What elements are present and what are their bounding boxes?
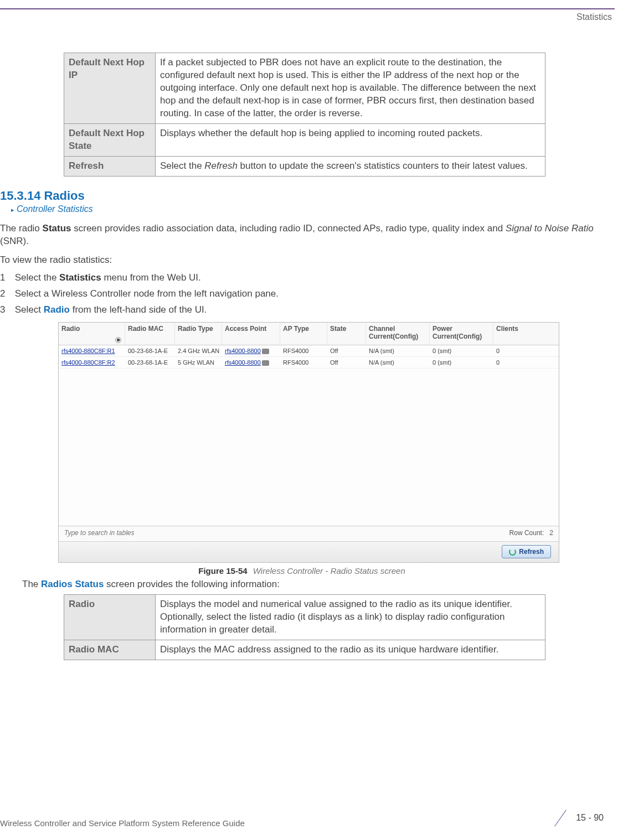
- text: menu from the Web UI.: [101, 272, 201, 283]
- text-bold: Radios Status: [41, 579, 104, 589]
- text: Select a Wireless Controller node from t…: [15, 288, 279, 299]
- table-row: Refresh Select the Refresh button to upd…: [64, 156, 545, 176]
- text: screen provides radio association data, …: [71, 223, 506, 234]
- def-key: Refresh: [64, 156, 156, 176]
- list-item: 2 Select a Wireless Controller node from…: [0, 288, 604, 299]
- cell-mac: 00-23-68-1A-E: [125, 345, 175, 356]
- cell-channel: N/A (smt): [366, 357, 430, 368]
- def-key: Radio: [64, 594, 156, 640]
- list-item: 3 Select Radio from the left-hand side o…: [0, 304, 604, 315]
- footer-divider-icon: [550, 808, 570, 828]
- radio-selected-icon: [115, 337, 121, 343]
- text-bold: Status: [43, 223, 71, 234]
- col-header-channel[interactable]: Channel Current(Config): [366, 323, 430, 345]
- after-figure-text: The Radios Status screen provides the fo…: [22, 579, 604, 590]
- text-bold: Statistics: [59, 272, 101, 283]
- table-row: Default Next Hop IP If a packet subjecte…: [64, 53, 545, 124]
- def-key: Default Next Hop IP: [64, 53, 156, 124]
- refresh-button[interactable]: Refresh: [502, 545, 551, 558]
- def-key: Default Next Hop State: [64, 123, 156, 156]
- def-key: Radio MAC: [64, 640, 156, 660]
- lead-text: To view the radio statistics:: [0, 253, 604, 267]
- figure-caption: Figure 15-54 Wireless Controller - Radio…: [0, 566, 604, 575]
- def-value: If a packet subjected to PBR does not ha…: [156, 53, 545, 124]
- cell-channel: N/A (smt): [366, 345, 430, 356]
- table-row: Radio Displays the model and numerical v…: [64, 594, 545, 640]
- cell-aptype: RFS4000: [280, 357, 327, 368]
- row-count-value: 2: [549, 529, 553, 537]
- col-label: Radio: [61, 325, 80, 333]
- cell-clients: 0: [493, 345, 527, 356]
- refresh-icon: [509, 548, 516, 556]
- cell-mac: 00-23-68-1A-E: [125, 357, 175, 368]
- text: The radio: [0, 223, 43, 234]
- definition-table-1: Default Next Hop IP If a packet subjecte…: [64, 53, 545, 177]
- footer-guide-title: Wireless Controller and Service Platform…: [0, 818, 245, 828]
- cell-power: 0 (smt): [430, 357, 493, 368]
- text: (SNR).: [0, 236, 29, 246]
- list-item: 1 Select the Statistics menu from the We…: [0, 272, 604, 283]
- col-header-type[interactable]: Radio Type: [175, 323, 222, 345]
- col-header-ap[interactable]: Access Point: [222, 323, 280, 345]
- col-header-state[interactable]: State: [327, 323, 366, 345]
- cell-clients: 0: [493, 357, 527, 368]
- figure-label: Figure 15-54: [198, 566, 247, 575]
- grid-footer-bar: Row Count: 2: [59, 526, 559, 540]
- page-number: 15 - 90: [576, 813, 604, 823]
- device-icon: [262, 360, 269, 366]
- def-value: Displays the model and numerical value a…: [156, 594, 545, 640]
- radio-status-screenshot: Radio Radio MAC Radio Type Access Point …: [58, 322, 559, 563]
- text-bold: Radio: [44, 304, 70, 315]
- header-section-label: Statistics: [576, 12, 612, 22]
- col-header-clients[interactable]: Clients: [493, 323, 527, 345]
- text: The: [22, 579, 41, 589]
- text: Select: [15, 304, 44, 315]
- cell-type: 2.4 GHz WLAN: [175, 345, 222, 356]
- grid-header-row: Radio Radio MAC Radio Type Access Point …: [59, 323, 559, 345]
- cell-power: 0 (smt): [430, 345, 493, 356]
- col-header-power[interactable]: Power Current(Config): [430, 323, 493, 345]
- step-number: 1: [0, 272, 12, 283]
- definition-table-2: Radio Displays the model and numerical v…: [64, 594, 545, 660]
- text: Select the: [160, 160, 204, 171]
- text-italic: Signal to Noise Ratio: [506, 223, 594, 234]
- device-icon: [262, 349, 269, 354]
- radio-link[interactable]: rfs4000-880C8F:R1: [61, 348, 115, 354]
- text: from the left-hand side of the UI.: [70, 304, 207, 315]
- radio-link[interactable]: rfs4000-880C8F:R2: [61, 359, 115, 366]
- row-count-label: Row Count:: [509, 529, 544, 537]
- table-row: Default Next Hop State Displays whether …: [64, 123, 545, 156]
- page-top-rule: [0, 8, 615, 9]
- row-count: Row Count: 2: [509, 529, 553, 537]
- text-italic: Refresh: [204, 160, 238, 171]
- refresh-label: Refresh: [519, 548, 544, 556]
- ap-link[interactable]: rfs4000-8800: [225, 359, 261, 366]
- ap-link[interactable]: rfs4000-8800: [225, 348, 261, 354]
- cell-state: Off: [327, 345, 366, 356]
- text: screen provides the following informatio…: [104, 579, 280, 589]
- intro-paragraph: The radio Status screen provides radio a…: [0, 222, 604, 248]
- step-number: 2: [0, 288, 12, 299]
- figure-text: Wireless Controller - Radio Status scree…: [253, 566, 405, 575]
- cell-type: 5 GHz WLAN: [175, 357, 222, 368]
- text: Select the: [15, 272, 59, 283]
- grid-action-bar: Refresh: [59, 541, 559, 562]
- cell-state: Off: [327, 357, 366, 368]
- def-value: Select the Refresh button to update the …: [156, 156, 545, 176]
- text: button to update the screen's statistics…: [238, 160, 528, 171]
- breadcrumb[interactable]: Controller Statistics: [11, 204, 604, 214]
- page-footer: Wireless Controller and Service Platform…: [0, 808, 615, 828]
- step-number: 3: [0, 304, 12, 315]
- section-number: 15.3.14: [0, 189, 40, 203]
- cell-aptype: RFS4000: [280, 345, 327, 356]
- table-row: Radio MAC Displays the MAC address assig…: [64, 640, 545, 660]
- def-value: Displays the MAC address assigned to the…: [156, 640, 545, 660]
- steps-list: 1 Select the Statistics menu from the We…: [0, 272, 604, 315]
- col-header-aptype[interactable]: AP Type: [280, 323, 327, 345]
- section-heading: 15.3.14Radios: [0, 189, 604, 203]
- col-header-radio[interactable]: Radio: [59, 323, 125, 345]
- table-row[interactable]: rfs4000-880C8F:R1 00-23-68-1A-E 2.4 GHz …: [59, 345, 559, 357]
- col-header-mac[interactable]: Radio MAC: [125, 323, 175, 345]
- table-row[interactable]: rfs4000-880C8F:R2 00-23-68-1A-E 5 GHz WL…: [59, 357, 559, 369]
- search-input[interactable]: [64, 529, 175, 537]
